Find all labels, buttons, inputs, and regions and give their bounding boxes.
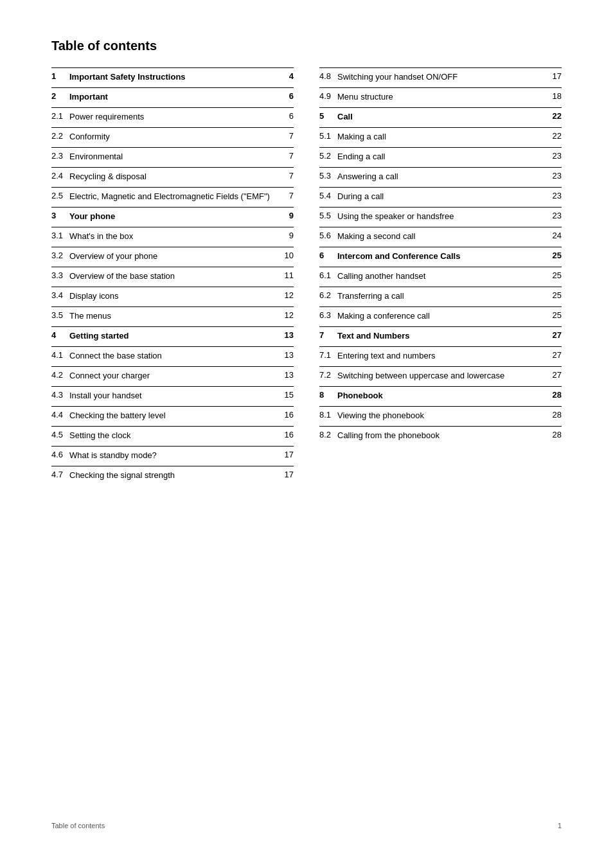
entry-page: 28 <box>549 429 562 439</box>
entry-num: 6 <box>319 250 337 260</box>
entry-title: Getting started <box>69 330 281 342</box>
entry-page: 27 <box>549 330 562 340</box>
entry-title: Important <box>69 91 281 103</box>
entry-num: 2.1 <box>51 111 69 121</box>
entry-page: 27 <box>549 369 562 380</box>
toc-divider <box>51 187 294 188</box>
toc-entry: 5Call22 <box>319 111 562 125</box>
entry-num: 4.9 <box>319 91 337 101</box>
entry-title: Making a second call <box>337 230 549 242</box>
entry-page: 13 <box>281 350 294 360</box>
toc-entry: 8.2Calling from the phonebook28 <box>319 429 562 443</box>
entry-title: Entering text and numbers <box>337 350 549 362</box>
entry-title: Call <box>337 111 549 123</box>
toc-divider <box>319 267 562 267</box>
page: Table of contents 1Important Safety Inst… <box>0 0 613 868</box>
entry-page: 6 <box>281 111 294 121</box>
entry-num: 4.3 <box>51 389 69 400</box>
toc-divider <box>319 207 562 208</box>
entry-page: 25 <box>549 270 562 280</box>
toc-divider <box>319 287 562 287</box>
toc-entry: 5.4During a call23 <box>319 190 562 204</box>
entry-num: 2.4 <box>51 170 69 181</box>
entry-page: 11 <box>281 270 294 280</box>
entry-num: 6.3 <box>319 310 337 320</box>
toc-entry: 2Important6 <box>51 91 294 105</box>
toc-divider <box>51 326 294 327</box>
entry-title: Intercom and Conference Calls <box>337 250 549 262</box>
entry-page: 25 <box>549 250 562 260</box>
toc-divider <box>51 127 294 128</box>
toc-entry: 7.1Entering text and numbers27 <box>319 350 562 364</box>
entry-page: 25 <box>549 310 562 320</box>
entry-num: 4.8 <box>319 71 337 81</box>
toc-divider <box>319 87 562 88</box>
entry-num: 7 <box>319 330 337 340</box>
toc-entry: 6.1Calling another handset25 <box>319 270 562 284</box>
entry-title: Display icons <box>69 290 281 302</box>
entry-title: Switching between uppercase and lowercas… <box>337 369 549 382</box>
toc-divider <box>51 207 294 208</box>
entry-page: 12 <box>281 290 294 300</box>
toc-divider <box>51 446 294 447</box>
entry-title: Text and Numbers <box>337 330 549 342</box>
entry-title: Transferring a call <box>337 290 549 302</box>
toc-entry: 2.4Recycling & disposal7 <box>51 170 294 184</box>
footer: Table of contents 1 <box>51 822 562 829</box>
entry-title: Calling another handset <box>337 270 549 282</box>
left-column: 1Important Safety Instructions42Importan… <box>51 65 294 483</box>
entry-page: 18 <box>549 91 562 101</box>
entry-title: Install your handset <box>69 389 281 402</box>
toc-entry: 4.6What is standby mode?17 <box>51 449 294 463</box>
entry-title: Answering a call <box>337 170 549 182</box>
toc-divider <box>51 386 294 387</box>
entry-num: 8 <box>319 389 337 400</box>
entry-num: 6.1 <box>319 270 337 280</box>
toc-divider <box>319 187 562 188</box>
entry-page: 7 <box>281 170 294 181</box>
toc-divider <box>51 167 294 168</box>
toc-entry: 3.1What's in the box9 <box>51 230 294 244</box>
toc-divider <box>319 426 562 427</box>
entry-num: 4.2 <box>51 369 69 380</box>
toc-entry: 3.4Display icons12 <box>51 290 294 304</box>
toc-divider <box>51 366 294 367</box>
footer-left: Table of contents <box>51 822 105 829</box>
entry-page: 12 <box>281 310 294 320</box>
toc-entry: 6.3Making a conference call25 <box>319 310 562 324</box>
entry-page: 23 <box>549 150 562 161</box>
toc-divider <box>51 87 294 88</box>
entry-num: 3 <box>51 210 69 220</box>
toc-entry: 5.2Ending a call23 <box>319 150 562 164</box>
entry-num: 2.3 <box>51 150 69 161</box>
entry-num: 8.2 <box>319 429 337 439</box>
toc-divider <box>319 147 562 148</box>
entry-title: Overview of the base station <box>69 270 281 282</box>
entry-page: 23 <box>549 210 562 220</box>
entry-title: Your phone <box>69 210 281 222</box>
toc-divider <box>319 346 562 347</box>
toc-entry: 4.4Checking the battery level16 <box>51 409 294 423</box>
entry-title: Recycling & disposal <box>69 170 281 182</box>
toc-entry: 4.7Checking the signal strength17 <box>51 469 294 483</box>
entry-page: 16 <box>281 429 294 439</box>
entry-title: Calling from the phonebook <box>337 429 549 441</box>
toc-divider <box>319 227 562 227</box>
toc-divider <box>51 346 294 347</box>
toc-divider <box>51 107 294 108</box>
toc-entry: 5.6Making a second call24 <box>319 230 562 244</box>
entry-num: 5.6 <box>319 230 337 240</box>
toc-entry: 3.2Overview of your phone10 <box>51 250 294 264</box>
entry-page: 28 <box>549 389 562 400</box>
entry-page: 13 <box>281 369 294 380</box>
toc-entry: 4.2Connect your charger13 <box>51 369 294 384</box>
entry-title: Ending a call <box>337 150 549 163</box>
toc-entry: 5.5Using the speaker or handsfree23 <box>319 210 562 224</box>
entry-title: Checking the battery level <box>69 409 281 421</box>
toc-entry: 5.1Making a call22 <box>319 130 562 145</box>
entry-page: 4 <box>281 71 294 81</box>
entry-page: 22 <box>549 130 562 141</box>
entry-page: 16 <box>281 409 294 420</box>
entry-page: 9 <box>281 230 294 240</box>
entry-page: 25 <box>549 290 562 300</box>
